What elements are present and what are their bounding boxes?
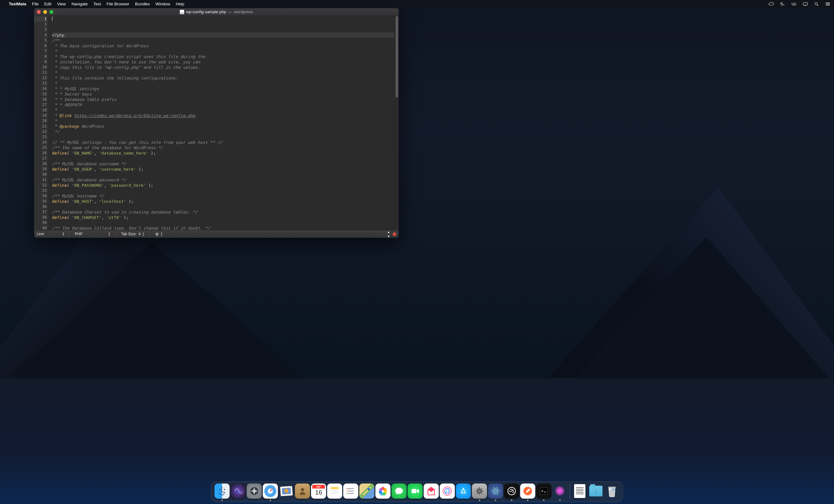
tool-icon[interactable] (780, 2, 785, 6)
dock-textmate[interactable]: ✺ (552, 483, 568, 499)
dock-calendar[interactable]: SEP 16 (311, 483, 326, 499)
dock-system-preferences[interactable] (472, 483, 487, 499)
dock-reminders[interactable] (343, 483, 358, 499)
vertical-scrollbar[interactable] (395, 16, 399, 230)
menubar: TextMate File Edit View Navigate Text Fi… (0, 0, 834, 7)
app-menu[interactable]: TextMate (9, 2, 26, 6)
file-icon (180, 10, 184, 14)
menu-file[interactable]: File (32, 2, 39, 6)
dock-news[interactable] (424, 483, 439, 499)
svg-point-32 (495, 491, 496, 492)
line-number[interactable]: 1 (62, 232, 64, 236)
dock-launchpad[interactable] (247, 483, 262, 499)
svg-point-11 (347, 488, 348, 489)
text-cursor (52, 16, 52, 21)
dock-maps[interactable] (359, 483, 374, 499)
svg-point-3 (826, 3, 826, 4)
tabsize-value: 4 (138, 232, 141, 236)
svg-point-5 (219, 489, 220, 490)
menu-text[interactable]: Text (93, 2, 101, 6)
notification-center-icon[interactable] (825, 2, 831, 6)
dock-separator (570, 483, 570, 499)
zoom-button[interactable] (49, 10, 53, 14)
titlebar[interactable]: wp-config-sample.php — wordpress (34, 8, 399, 16)
svg-point-25 (445, 492, 447, 493)
dock-facetime[interactable] (408, 483, 423, 499)
spotlight-icon[interactable] (814, 2, 819, 6)
dock-app-dark[interactable] (504, 483, 519, 499)
menu-bundles[interactable]: Bundles (135, 2, 150, 6)
svg-point-13 (347, 493, 348, 494)
svg-point-2 (826, 2, 826, 3)
menu-view[interactable]: View (57, 2, 66, 6)
dock-trash[interactable] (605, 483, 619, 499)
svg-rect-35 (540, 488, 548, 495)
menu-navigate[interactable]: Navigate (72, 2, 88, 6)
svg-point-1 (815, 2, 818, 5)
line-gutter[interactable]: 1234567891011121314151617181920212223242… (34, 16, 49, 230)
svg-point-28 (479, 490, 480, 492)
dock-contacts[interactable] (295, 483, 310, 499)
svg-rect-10 (331, 487, 339, 489)
language-selector[interactable]: PHP ▴▾ (72, 232, 112, 237)
dock-photos[interactable] (375, 483, 391, 499)
dock-atom[interactable] (488, 483, 503, 499)
editor-window: wp-config-sample.php — wordpress 1234567… (34, 8, 399, 238)
svg-point-37 (609, 488, 611, 490)
menu-file-browser[interactable]: File Browser (107, 2, 129, 6)
svg-rect-36 (608, 487, 616, 488)
tab-size-selector[interactable]: Tab Size: 4 ▴▾ (118, 232, 146, 237)
svg-point-12 (347, 491, 348, 492)
calendar-month: SEP (312, 485, 325, 488)
dock-downloads[interactable] (588, 483, 603, 499)
svg-point-14 (368, 488, 370, 490)
dock-appstore[interactable] (456, 483, 471, 499)
creative-cloud-icon[interactable] (768, 2, 774, 6)
window-title: wp-config-sample.php — wordpress (34, 9, 399, 14)
dock-terminal[interactable] (536, 483, 551, 499)
language-label: PHP (75, 232, 83, 236)
dock-notes[interactable] (327, 483, 342, 499)
symbol-selector[interactable]: ▴▾ (388, 229, 390, 238)
menu-window[interactable]: Window (155, 2, 170, 6)
scrollbar-thumb[interactable] (396, 16, 398, 97)
record-macro-button[interactable] (393, 233, 396, 236)
dock-siri[interactable] (231, 483, 246, 499)
svg-point-8 (301, 488, 304, 491)
dock-postman[interactable] (520, 483, 535, 499)
dock: SEP 16 (211, 481, 623, 502)
tabsize-label: Tab Size: (121, 232, 137, 236)
title-folder: wordpress (234, 9, 253, 14)
svg-point-4 (826, 5, 826, 5)
close-button[interactable] (37, 10, 41, 14)
calendar-day: 16 (311, 489, 326, 496)
tray-icon[interactable] (791, 2, 797, 6)
title-filename: wp-config-sample.php (186, 9, 226, 14)
svg-point-6 (224, 489, 225, 490)
dock-music[interactable] (440, 483, 455, 499)
bundle-menu[interactable]: ⚙︎ ▴▾ (153, 232, 164, 237)
menu-help[interactable]: Help (176, 2, 184, 6)
line-label: Line: (37, 232, 45, 236)
gear-icon: ⚙︎ (155, 232, 159, 237)
svg-point-26 (447, 491, 449, 493)
dock-mail[interactable] (279, 483, 294, 499)
menu-edit[interactable]: Edit (44, 2, 51, 6)
dock-finder[interactable] (215, 483, 229, 499)
screen-mirror-icon[interactable] (803, 2, 808, 6)
svg-point-21 (379, 488, 382, 491)
dock-safari[interactable] (263, 483, 278, 499)
statusbar: Line: 1 PHP ▴▾ Tab Size: 4 ▴▾ ⚙︎ ▴▾ ▴▾ (34, 230, 399, 238)
dock-recent-document[interactable] (572, 483, 587, 499)
dock-messages[interactable] (392, 483, 407, 499)
minimize-button[interactable] (43, 10, 47, 14)
code-area[interactable]: <?php/** * The base configuration for Wo… (49, 16, 395, 230)
svg-rect-0 (803, 2, 808, 5)
svg-rect-38 (612, 488, 615, 490)
svg-rect-22 (412, 489, 416, 493)
